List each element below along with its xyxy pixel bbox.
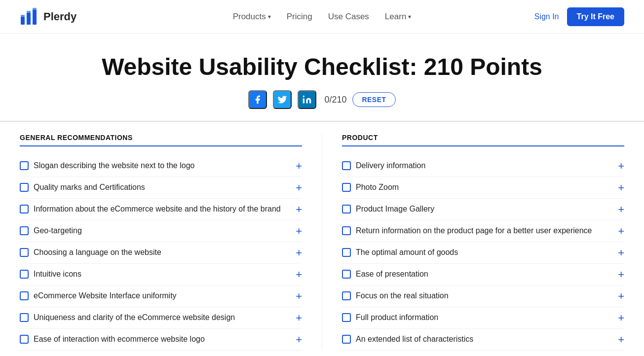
checklist-checkbox[interactable] (342, 161, 351, 170)
checklist-checkbox[interactable] (342, 291, 351, 300)
nav-learn[interactable]: Learn ▾ (385, 12, 411, 22)
checklist-checkbox[interactable] (20, 270, 29, 279)
hero-section: Website Usability Checklist: 210 Points … (0, 34, 644, 121)
checklist-item: Product Image Gallery + (342, 199, 624, 220)
svg-point-6 (303, 96, 304, 97)
checklist-checkbox[interactable] (20, 205, 29, 214)
checklist-checkbox[interactable] (20, 291, 29, 300)
checklist-item-left: Delivery information (342, 160, 614, 171)
add-note-button[interactable]: + (618, 247, 624, 258)
linkedin-share-button[interactable] (298, 90, 316, 109)
checklist-checkbox[interactable] (20, 183, 29, 192)
svg-rect-2 (33, 9, 37, 25)
checklist-item: An extended list of characteristics + (342, 329, 624, 351)
checklist-item-label: Choosing a language on the website (34, 247, 161, 258)
add-note-button[interactable]: + (618, 290, 624, 302)
twitter-icon (277, 95, 287, 105)
nav-links: Products ▾ Pricing Use Cases Learn ▾ (233, 12, 412, 22)
general-items-list: Slogan describing the website next to th… (20, 155, 302, 351)
checklist-item-left: eCommerce Website Interface uniformity (20, 290, 292, 301)
logo[interactable]: Plerdy (20, 8, 76, 26)
add-note-button[interactable]: + (618, 334, 624, 345)
sign-in-link[interactable]: Sign In (534, 12, 559, 21)
checklist-wrapper: GENERAL RECOMMENDATIONS Slogan describin… (0, 122, 644, 351)
checklist-item-left: Product Image Gallery (342, 204, 614, 214)
add-note-button[interactable]: + (296, 269, 302, 280)
checklist-item: Slogan describing the website next to th… (20, 155, 302, 177)
checklist-item: Uniqueness and clarity of the eCommerce … (20, 307, 302, 329)
checklist-checkbox[interactable] (342, 313, 351, 322)
chevron-down-icon: ▾ (408, 13, 411, 20)
general-section-title: GENERAL RECOMMENDATIONS (20, 134, 302, 146)
add-note-button[interactable]: + (296, 225, 302, 237)
add-note-button[interactable]: + (296, 312, 302, 323)
nav-use-cases[interactable]: Use Cases (328, 12, 369, 22)
checklist-item: eCommerce Website Interface uniformity + (20, 285, 302, 307)
checklist-checkbox[interactable] (20, 248, 29, 257)
checklist-item-label: Product Image Gallery (356, 204, 434, 214)
checklist-item-label: Focus on the real situation (356, 290, 449, 301)
nav-pricing[interactable]: Pricing (287, 12, 312, 22)
add-note-button[interactable]: + (296, 182, 302, 193)
add-note-button[interactable]: + (296, 247, 302, 258)
checklist-item: The optimal amount of goods + (342, 242, 624, 264)
checklist-checkbox[interactable] (342, 226, 351, 235)
svg-rect-5 (33, 8, 37, 10)
checklist-item-label: Photo Zoom (356, 182, 399, 193)
checklist-item-label: Return information on the product page f… (356, 225, 592, 236)
add-note-button[interactable]: + (296, 160, 302, 172)
checklist-item-left: Ease of interaction with ecommerce websi… (20, 334, 292, 345)
product-column: PRODUCT Delivery information + Photo Zoo… (322, 134, 624, 351)
checklist-checkbox[interactable] (20, 313, 29, 322)
checklist-item: Information about the eCommerce website … (20, 199, 302, 220)
checklist-item-left: Uniqueness and clarity of the eCommerce … (20, 312, 292, 323)
checklist-item: Full product information + (342, 307, 624, 329)
nav-products[interactable]: Products ▾ (233, 12, 271, 22)
reset-button[interactable]: RESET (352, 92, 395, 107)
twitter-share-button[interactable] (273, 90, 292, 109)
checklist-item-label: Slogan describing the website next to th… (34, 160, 194, 171)
checklist-item: Quality marks and Certifications + (20, 177, 302, 199)
add-note-button[interactable]: + (296, 204, 302, 215)
navbar: Plerdy Products ▾ Pricing Use Cases Lear… (0, 0, 644, 34)
checklist-item-left: Photo Zoom (342, 182, 614, 193)
add-note-button[interactable]: + (618, 160, 624, 172)
checklist-checkbox[interactable] (342, 248, 351, 257)
add-note-button[interactable]: + (296, 290, 302, 302)
checklist-item-left: Information about the eCommerce website … (20, 204, 292, 214)
add-note-button[interactable]: + (618, 182, 624, 193)
add-note-button[interactable]: + (618, 225, 624, 237)
checklist-item-label: The optimal amount of goods (356, 247, 458, 258)
checklist-item-label: Geo-targeting (34, 225, 82, 236)
checklist-item: Ease of interaction with ecommerce websi… (20, 329, 302, 351)
add-note-button[interactable]: + (618, 204, 624, 215)
add-note-button[interactable]: + (296, 334, 302, 345)
checklist-checkbox[interactable] (20, 161, 29, 170)
try-free-button[interactable]: Try It Free (567, 7, 624, 26)
checklist-item-label: Full product information (356, 312, 438, 323)
product-section-title: PRODUCT (342, 134, 624, 146)
checklist-item-left: The optimal amount of goods (342, 247, 614, 258)
checklist-checkbox[interactable] (20, 226, 29, 235)
progress-counter: 0/210 (324, 95, 346, 105)
checklist-checkbox[interactable] (342, 183, 351, 192)
add-note-button[interactable]: + (618, 269, 624, 280)
checklist-item-left: Full product information (342, 312, 614, 323)
checklist-item-label: Intuitive icons (34, 269, 81, 280)
checklist-item-label: eCommerce Website Interface uniformity (34, 290, 177, 301)
svg-rect-1 (27, 13, 31, 25)
checklist-item-left: An extended list of characteristics (342, 334, 614, 345)
checklist-checkbox[interactable] (342, 335, 351, 344)
logo-icon (20, 8, 39, 26)
add-note-button[interactable]: + (618, 312, 624, 323)
checklist-item-label: Quality marks and Certifications (34, 182, 145, 193)
checklist-item-left: Choosing a language on the website (20, 247, 292, 258)
facebook-icon (253, 95, 263, 105)
checklist-item: Focus on the real situation + (342, 285, 624, 307)
svg-rect-3 (21, 15, 25, 17)
facebook-share-button[interactable] (248, 90, 267, 109)
checklist-checkbox[interactable] (342, 270, 351, 279)
checklist-checkbox[interactable] (342, 205, 351, 214)
checklist-checkbox[interactable] (20, 335, 29, 344)
logo-text: Plerdy (43, 10, 76, 23)
